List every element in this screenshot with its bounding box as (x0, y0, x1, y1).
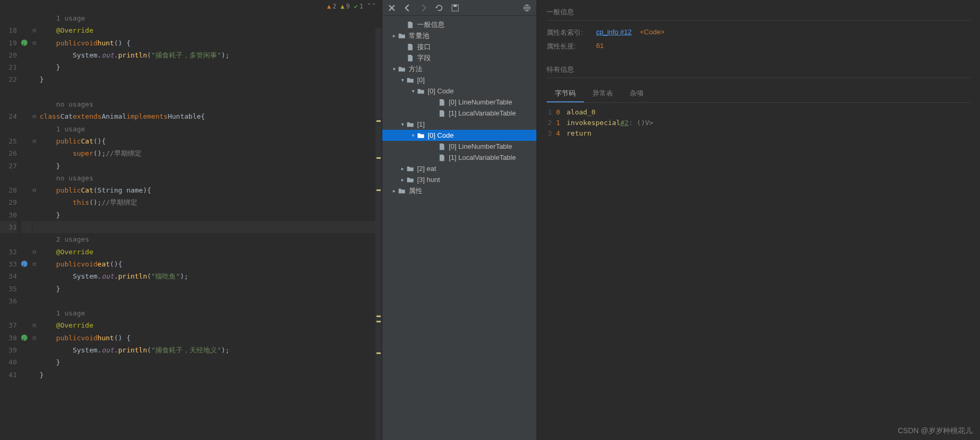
override-up-icon[interactable] (21, 40, 27, 46)
tab-exception-table[interactable]: 异常表 (584, 85, 621, 102)
warning-triangle-icon: ▲ (327, 3, 331, 10)
override-down-icon[interactable] (21, 261, 27, 267)
structure-tree[interactable]: 一般信息▸常量池接口字段▾方法▾[0] ▾[0] Code[0] LineNum… (382, 16, 536, 196)
close-icon[interactable] (388, 4, 396, 12)
file-icon (438, 110, 448, 117)
chevron-icon[interactable]: ▸ (398, 166, 407, 171)
scroll-marker-strip[interactable] (375, 28, 382, 440)
tree-item[interactable]: 字段 (382, 52, 536, 63)
tree-item[interactable]: 一般信息 (382, 19, 536, 30)
tree-item[interactable]: ▸属性 (382, 185, 536, 196)
tree-item[interactable]: ▾[0] (382, 74, 536, 85)
chevron-icon[interactable]: ▾ (390, 66, 398, 72)
override-up-icon[interactable] (21, 334, 27, 341)
section-title-specific: 特有信息 (546, 65, 970, 78)
tree-item[interactable]: ▾方法 (382, 63, 536, 74)
tab-misc[interactable]: 杂项 (621, 85, 652, 102)
tree-item[interactable]: ▾[1] (382, 119, 536, 130)
code-editor[interactable]: ▲2 ▲9 ✔1 ˄˅ 1819202122242526272829303132… (0, 0, 382, 440)
chevron-down-icon[interactable]: ˅ (372, 3, 375, 10)
tree-item[interactable]: ▾[0] Code (382, 85, 536, 97)
file-icon (407, 54, 416, 62)
attribute-detail-panel: 一般信息 属性名索引: cp_info #12 <Code> 属性长度: 61 … (536, 0, 980, 440)
folder-icon (398, 65, 408, 73)
tree-item[interactable]: ▸[3] hunt (382, 174, 536, 185)
bytecode-line: 10 aload_0 (546, 107, 970, 118)
tree-item[interactable]: 接口 (382, 41, 536, 52)
folder-icon (407, 165, 416, 173)
file-icon (438, 143, 448, 150)
gutter-icons (21, 12, 32, 440)
folder-icon (407, 76, 416, 84)
problems-group-2[interactable]: ▲9 (341, 3, 350, 10)
folder-icon (407, 176, 416, 184)
bytecode-listing[interactable]: 10 aload_021 invokespecial #2 : ()V>34 r… (546, 107, 970, 139)
code-lines[interactable]: 1 usage @Override public void hunt() { S… (40, 12, 382, 440)
check-group[interactable]: ✔1 (354, 3, 363, 10)
tab-bytecode[interactable]: 字节码 (546, 85, 584, 102)
warning-triangle-icon: ▲ (341, 3, 344, 10)
chevron-icon[interactable]: ▸ (398, 177, 407, 183)
tree-item[interactable]: [0] LineNumberTable (382, 97, 536, 108)
tree-item[interactable]: ▾[0] Code (382, 130, 536, 141)
prev-next-highlight[interactable]: ˄˅ (368, 3, 375, 10)
folder-icon (417, 132, 427, 139)
tree-item[interactable]: ▸[2] eat (382, 163, 536, 174)
code-area: 1819202122242526272829303132333435363738… (0, 12, 382, 440)
chevron-icon[interactable]: ▾ (398, 77, 407, 83)
line-number-gutter: 1819202122242526272829303132333435363738… (0, 12, 21, 440)
cp-info-link[interactable]: cp_info #12 (596, 28, 632, 37)
chevron-up-icon[interactable]: ˄ (368, 3, 371, 10)
attr-name-index-row: 属性名索引: cp_info #12 <Code> (546, 28, 970, 37)
refresh-icon[interactable] (435, 4, 444, 12)
file-icon (407, 21, 416, 28)
file-icon (438, 154, 448, 161)
file-icon (407, 43, 416, 51)
save-icon[interactable] (451, 4, 459, 12)
problems-group-1[interactable]: ▲2 (327, 3, 336, 10)
attr-length-row: 属性长度: 61 (546, 42, 970, 51)
structure-toolbar (382, 0, 536, 16)
chevron-icon[interactable]: ▾ (409, 132, 417, 138)
check-icon: ✔ (354, 3, 358, 10)
folder-icon (398, 32, 408, 40)
folder-icon (398, 187, 408, 195)
arrow-right-icon (419, 4, 428, 12)
section-title-general: 一般信息 (546, 7, 970, 21)
watermark: CSDN @岁岁种桃花儿 (898, 426, 973, 436)
globe-icon[interactable] (523, 4, 531, 12)
chevron-icon[interactable]: ▾ (409, 88, 417, 94)
tree-item[interactable]: [1] LocalVariableTable (382, 152, 536, 163)
tree-item[interactable]: [1] LocalVariableTable (382, 108, 536, 119)
folder-icon (417, 88, 427, 95)
bytecode-line: 34 return (546, 128, 970, 139)
chevron-icon[interactable]: ▾ (398, 121, 407, 127)
file-icon (438, 99, 448, 106)
fold-gutter[interactable]: ⊟⊟⊟⊟⊟⊟⊟⊟⊟ (32, 12, 40, 440)
chevron-icon[interactable]: ▸ (390, 188, 398, 194)
chevron-icon[interactable]: ▸ (390, 33, 398, 39)
folder-icon (407, 121, 416, 128)
bytecode-line: 21 invokespecial #2 : ()V> (546, 118, 970, 128)
arrow-left-icon[interactable] (403, 4, 412, 12)
editor-status-bar: ▲2 ▲9 ✔1 ˄˅ (0, 0, 382, 12)
tree-item[interactable]: ▸常量池 (382, 30, 536, 41)
class-structure-panel[interactable]: 一般信息▸常量池接口字段▾方法▾[0] ▾[0] Code[0] LineNum… (382, 0, 536, 440)
tree-item[interactable]: [0] LineNumberTable (382, 141, 536, 152)
bytecode-tabs: 字节码 异常表 杂项 (546, 85, 970, 103)
svg-rect-1 (454, 5, 457, 7)
